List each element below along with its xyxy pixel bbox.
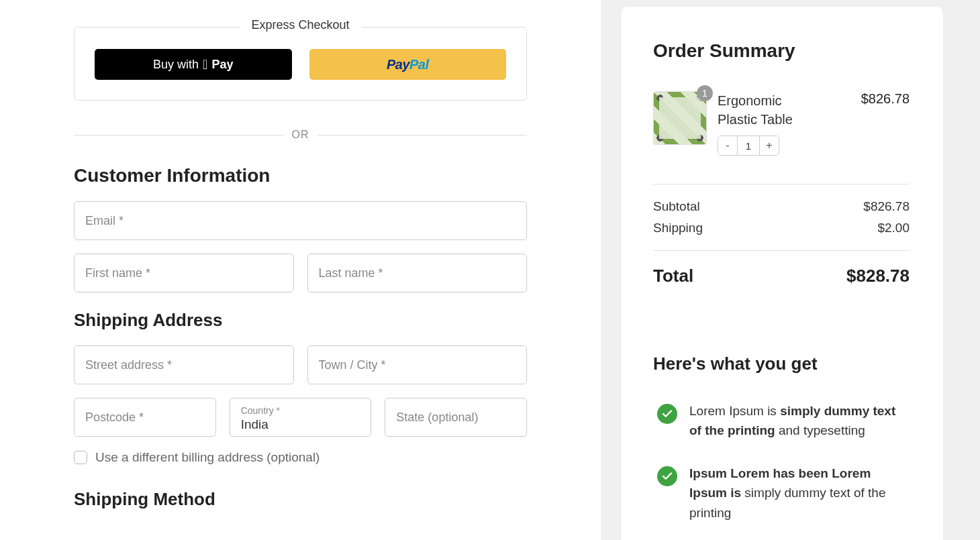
- benefit-item: Lorem Ipsum is simply dummy text of the …: [653, 401, 910, 441]
- country-label: Country *: [241, 405, 360, 417]
- customer-info-title: Customer Information: [74, 165, 527, 186]
- benefit-text: Ipsum Lorem has been Lorem Ipsum is simp…: [689, 464, 910, 523]
- express-legend: Express Checkout: [239, 18, 361, 32]
- street-field[interactable]: [74, 345, 294, 384]
- paypal-button[interactable]: PayPal: [309, 49, 507, 80]
- product-name: Ergonomic Plastic Table: [718, 91, 812, 129]
- paypal-pal: Pal: [409, 57, 429, 72]
- apple-pay-brand: Pay: [211, 58, 233, 72]
- express-checkout-box: Express Checkout Buy with  Pay PayPal: [74, 27, 527, 101]
- order-summary-panel: Order Summary 1 Ergonomic Plastic Table …: [621, 7, 943, 540]
- divider-line: [317, 135, 528, 136]
- line-item: 1 Ergonomic Plastic Table - 1 + $826.78: [653, 91, 910, 156]
- subtotal-value: $826.78: [863, 199, 910, 214]
- paypal-pay: Pay: [387, 57, 409, 72]
- qty-stepper: - 1 +: [718, 136, 779, 156]
- last-name-field[interactable]: [307, 254, 528, 292]
- shipping-value: $2.00: [877, 221, 910, 235]
- product-thumbnail: 1: [653, 91, 707, 145]
- shipping-label: Shipping: [653, 221, 703, 235]
- email-field[interactable]: [74, 201, 527, 240]
- total-row: Total $828.78: [653, 266, 910, 286]
- separator: [653, 250, 910, 251]
- country-select[interactable]: Country * India: [230, 398, 372, 437]
- subtotal-label: Subtotal: [653, 199, 700, 214]
- qty-badge: 1: [697, 85, 713, 101]
- benefit-text: Lorem Ipsum is simply dummy text of the …: [689, 401, 910, 441]
- country-value: India: [241, 417, 360, 433]
- total-value: $828.78: [846, 266, 910, 286]
- check-icon: [657, 404, 677, 424]
- or-divider: OR: [74, 129, 527, 141]
- total-label: Total: [653, 266, 693, 286]
- first-name-field[interactable]: [74, 254, 294, 292]
- postcode-field[interactable]: [74, 398, 216, 437]
- billing-checkbox-label: Use a different billing address (optiona…: [95, 450, 320, 465]
- benefits-title: Here's what you get: [653, 354, 910, 374]
- divider-line: [74, 135, 284, 136]
- product-price: $826.78: [861, 91, 910, 107]
- apple-pay-prefix: Buy with: [153, 58, 199, 72]
- qty-plus-button[interactable]: +: [760, 136, 779, 155]
- subtotal-row: Subtotal $826.78: [653, 199, 910, 214]
- or-text: OR: [292, 129, 309, 141]
- billing-checkbox[interactable]: [74, 451, 87, 464]
- qty-value: 1: [737, 136, 760, 155]
- shipping-address-title: Shipping Address: [74, 310, 527, 331]
- shipping-row: Shipping $2.00: [653, 221, 910, 235]
- city-field[interactable]: [307, 345, 528, 384]
- benefit-item: Ipsum Lorem has been Lorem Ipsum is simp…: [653, 464, 910, 523]
- apple-logo-icon: : [203, 57, 207, 72]
- order-summary-title: Order Summary: [653, 40, 910, 62]
- separator: [653, 184, 910, 184]
- checkout-form: Express Checkout Buy with  Pay PayPal O…: [0, 0, 601, 540]
- check-icon: [657, 466, 677, 486]
- shipping-method-title: Shipping Method: [74, 489, 527, 510]
- qty-minus-button[interactable]: -: [718, 136, 737, 155]
- apple-pay-button[interactable]: Buy with  Pay: [95, 49, 292, 80]
- state-field[interactable]: [385, 398, 527, 437]
